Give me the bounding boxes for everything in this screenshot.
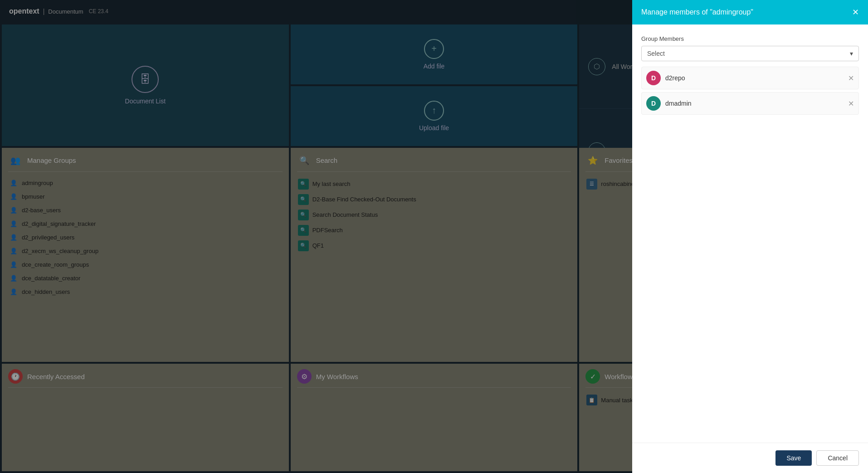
group-members-label: Group Members <box>641 35 859 42</box>
member-remove-button[interactable]: ✕ <box>848 99 854 108</box>
modal-close-button[interactable]: ✕ <box>852 7 859 17</box>
modal-body: Group Members Select ▾ D d2repo ✕ D dmad… <box>632 24 868 443</box>
member-name: dmadmin <box>665 100 844 107</box>
group-members-select[interactable]: Select ▾ <box>641 46 859 61</box>
member-avatar: D <box>646 71 661 85</box>
member-item: D d2repo ✕ <box>641 67 859 89</box>
cancel-button[interactable]: Cancel <box>816 450 859 466</box>
member-avatar: D <box>646 96 661 111</box>
chevron-down-icon: ▾ <box>850 50 853 57</box>
select-placeholder: Select <box>647 50 665 57</box>
modal-footer: Save Cancel <box>632 443 868 473</box>
member-remove-button[interactable]: ✕ <box>848 74 854 83</box>
members-list: D d2repo ✕ D dmadmin ✕ <box>641 67 859 115</box>
save-button[interactable]: Save <box>775 450 812 466</box>
manage-members-modal: Manage members of "admingroup" ✕ Group M… <box>632 0 868 473</box>
member-item: D dmadmin ✕ <box>641 92 859 115</box>
member-initials: D <box>651 74 656 82</box>
member-initials: D <box>651 100 656 107</box>
modal-title: Manage members of "admingroup" <box>641 8 753 16</box>
modal-header: Manage members of "admingroup" ✕ <box>632 0 868 24</box>
member-name: d2repo <box>665 74 844 82</box>
